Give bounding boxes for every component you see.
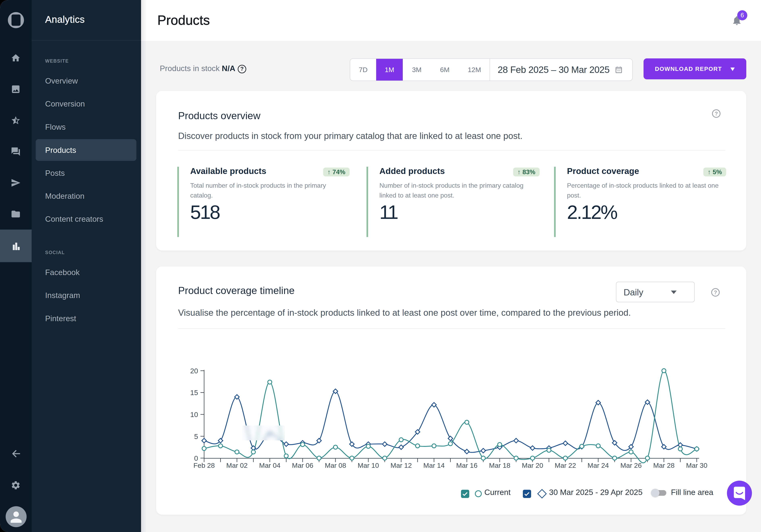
svg-text:Mar 28: Mar 28 xyxy=(653,461,674,469)
svg-text:Mar 16: Mar 16 xyxy=(456,461,478,469)
svg-text:Mar 08: Mar 08 xyxy=(325,461,346,469)
svg-text:?: ? xyxy=(715,111,718,117)
svg-text:Mar 06: Mar 06 xyxy=(292,461,313,469)
svg-text:Mar 12: Mar 12 xyxy=(390,461,412,469)
svg-text:Mar 18: Mar 18 xyxy=(489,461,510,469)
svg-text:20: 20 xyxy=(190,367,198,375)
svg-text:?: ? xyxy=(714,290,717,295)
svg-text:15: 15 xyxy=(190,389,198,397)
svg-text:Mar 26: Mar 26 xyxy=(620,461,642,469)
svg-text:Mar 04: Mar 04 xyxy=(259,461,280,469)
svg-text:Mar 30: Mar 30 xyxy=(686,461,707,469)
svg-text:Mar 14: Mar 14 xyxy=(423,461,445,469)
svg-text:Mar 20: Mar 20 xyxy=(522,461,543,469)
svg-text:0: 0 xyxy=(194,454,198,462)
svg-text:Feb 28: Feb 28 xyxy=(194,461,215,469)
svg-text:5: 5 xyxy=(194,433,198,440)
svg-text:Mar 02: Mar 02 xyxy=(226,461,248,469)
svg-text:10: 10 xyxy=(190,410,198,418)
svg-text:Mar 24: Mar 24 xyxy=(588,461,609,469)
svg-text:Mar 22: Mar 22 xyxy=(555,461,576,469)
svg-text:Mar 10: Mar 10 xyxy=(358,461,379,469)
svg-text:?: ? xyxy=(240,66,244,72)
